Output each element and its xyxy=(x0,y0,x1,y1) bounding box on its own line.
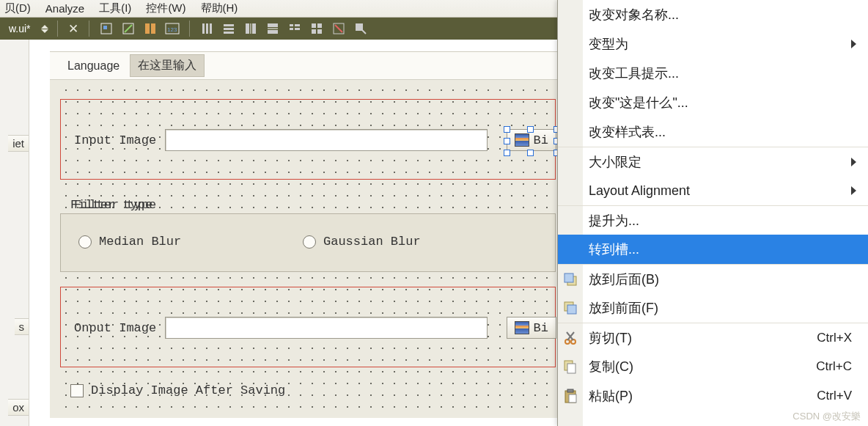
label-input-image: Input Image xyxy=(74,133,156,147)
label-output-image: Onput Image xyxy=(74,321,156,335)
svg-rect-10 xyxy=(224,24,234,26)
context-menu-item[interactable]: 变型为 xyxy=(558,29,868,59)
menu-item[interactable]: 工具(I) xyxy=(99,1,131,15)
context-menu-item[interactable]: Layout Alignment xyxy=(558,176,868,205)
context-menu-item[interactable]: 改变工具提示... xyxy=(558,59,868,88)
menu-placeholder[interactable]: 在这里输入 xyxy=(130,54,205,77)
context-menu-item[interactable]: 改变"这是什么"... xyxy=(558,88,868,117)
layout-vert-splitter-icon[interactable] xyxy=(263,20,282,37)
context-menu-item[interactable]: 粘贴(P)Ctrl+V xyxy=(558,381,868,411)
radio-gaussian[interactable] xyxy=(303,235,316,249)
context-menu-item[interactable]: 提升为... xyxy=(558,205,868,235)
context-menu-label: 提升为... xyxy=(589,212,639,229)
layout-vert-icon[interactable] xyxy=(219,20,238,37)
watermark: CSDN @改安樂 xyxy=(792,410,861,423)
cut-icon xyxy=(562,330,578,346)
svg-rect-22 xyxy=(295,28,300,30)
menu-item[interactable]: 控件(W) xyxy=(146,1,185,15)
radio-gaussian-label: Gaussian Blur xyxy=(323,235,421,249)
context-menu-label: 变型为 xyxy=(589,35,628,53)
menu-language[interactable]: Language xyxy=(60,56,127,76)
layout-form-icon[interactable] xyxy=(285,20,304,37)
svg-rect-42 xyxy=(569,394,576,403)
svg-rect-25 xyxy=(312,29,316,34)
dock-tab[interactable]: s xyxy=(15,318,29,335)
browse-button-label: Bi xyxy=(534,133,548,147)
context-menu-label: 转到槽... xyxy=(589,240,639,258)
svg-rect-31 xyxy=(564,273,573,282)
context-menu-item[interactable]: 放到后面(B) xyxy=(558,264,868,293)
context-menu-item[interactable]: 改变样式表... xyxy=(558,117,868,147)
checkbox-display-after-save[interactable] xyxy=(70,384,84,397)
svg-rect-3 xyxy=(145,23,150,34)
dock-tab[interactable]: ox xyxy=(8,399,29,416)
svg-line-28 xyxy=(335,25,342,32)
document-title: w.ui* xyxy=(4,23,35,34)
groupbox-output[interactable]: Onput Image Bi xyxy=(60,287,556,367)
input-image-field[interactable] xyxy=(165,129,488,151)
svg-rect-20 xyxy=(290,28,293,30)
edit-widgets-icon[interactable] xyxy=(97,20,116,37)
menu-shortcut: Ctrl+X xyxy=(817,331,852,345)
document-switcher-icon[interactable] xyxy=(41,22,50,35)
layout-grid-icon[interactable] xyxy=(307,20,326,37)
groupbox-input[interactable]: Input Image Bi xyxy=(60,99,556,180)
svg-rect-21 xyxy=(295,24,300,26)
svg-rect-1 xyxy=(103,26,107,29)
groupbox-filter[interactable]: Filter type Median Blur Gaussian Blur xyxy=(60,213,556,272)
dock-tab[interactable]: iet xyxy=(8,135,29,152)
svg-rect-26 xyxy=(317,29,322,34)
send-back-icon xyxy=(562,271,578,287)
context-menu-label: 改变样式表... xyxy=(589,123,666,141)
svg-rect-23 xyxy=(312,23,316,28)
edit-buddies-icon[interactable] xyxy=(141,20,160,37)
layout-horiz-splitter-icon[interactable] xyxy=(241,20,260,37)
paste-icon xyxy=(562,388,578,404)
left-dock: iet s ox xyxy=(0,40,29,426)
svg-rect-41 xyxy=(567,389,573,392)
svg-rect-17 xyxy=(268,30,278,34)
edit-tab-order-icon[interactable]: 123 xyxy=(163,20,182,37)
context-menu-label: 粘贴(P) xyxy=(589,387,633,405)
browse-button-label: Bi xyxy=(534,321,548,335)
menubar[interactable]: 贝(D) Analyze 工具(I) 控件(W) 帮助(H) xyxy=(0,0,557,18)
svg-rect-24 xyxy=(317,23,322,28)
menu-shortcut: Ctrl+C xyxy=(816,359,852,374)
svg-rect-39 xyxy=(567,364,575,373)
context-menu-item[interactable]: 转到槽... xyxy=(558,235,868,264)
context-menu-label: 改变工具提示... xyxy=(589,65,679,82)
svg-rect-16 xyxy=(268,23,278,27)
context-menu-item[interactable]: 复制(C)Ctrl+C xyxy=(558,352,868,381)
context-menu-item[interactable]: 改变对象名称... xyxy=(558,0,868,29)
context-menu-item[interactable]: 大小限定 xyxy=(558,147,868,176)
svg-rect-4 xyxy=(151,23,155,34)
menu-shortcut: Ctrl+V xyxy=(817,389,852,403)
context-menu-item[interactable]: 剪切(T)Ctrl+X xyxy=(558,323,868,352)
layout-horiz-icon[interactable] xyxy=(197,20,216,37)
menu-item[interactable]: 帮助(H) xyxy=(201,1,238,15)
context-menu-item[interactable]: 放到前面(F) xyxy=(558,293,868,323)
menu-item[interactable]: 贝(D) xyxy=(4,1,31,15)
svg-rect-13 xyxy=(246,23,249,34)
svg-rect-12 xyxy=(224,32,234,34)
image-icon xyxy=(515,321,529,334)
svg-rect-11 xyxy=(224,28,234,30)
context-menu-label: 改变对象名称... xyxy=(589,6,679,23)
break-layout-icon[interactable] xyxy=(329,20,348,37)
copy-icon xyxy=(562,359,578,375)
menu-item[interactable]: Analyze xyxy=(45,2,84,15)
radio-median[interactable] xyxy=(78,235,92,249)
svg-text:123: 123 xyxy=(167,26,177,33)
adjust-size-icon[interactable] xyxy=(351,20,370,37)
edit-signals-icon[interactable] xyxy=(119,20,138,37)
close-document-icon[interactable]: ✕ xyxy=(65,21,81,37)
context-menu-label: 改变"这是什么"... xyxy=(589,94,688,111)
context-menu-label: 大小限定 xyxy=(589,153,641,171)
output-image-field[interactable] xyxy=(165,317,488,339)
form-designer[interactable]: Language 在这里输入 Input Image Bi Filter typ… xyxy=(50,51,557,418)
svg-rect-19 xyxy=(290,24,293,26)
browse-output-button[interactable]: Bi xyxy=(507,317,556,339)
context-menu-label: 放到后面(B) xyxy=(589,271,659,288)
send-front-icon xyxy=(562,300,578,316)
context-menu[interactable]: 改变对象名称...变型为改变工具提示...改变"这是什么"...改变样式表...… xyxy=(557,0,868,426)
